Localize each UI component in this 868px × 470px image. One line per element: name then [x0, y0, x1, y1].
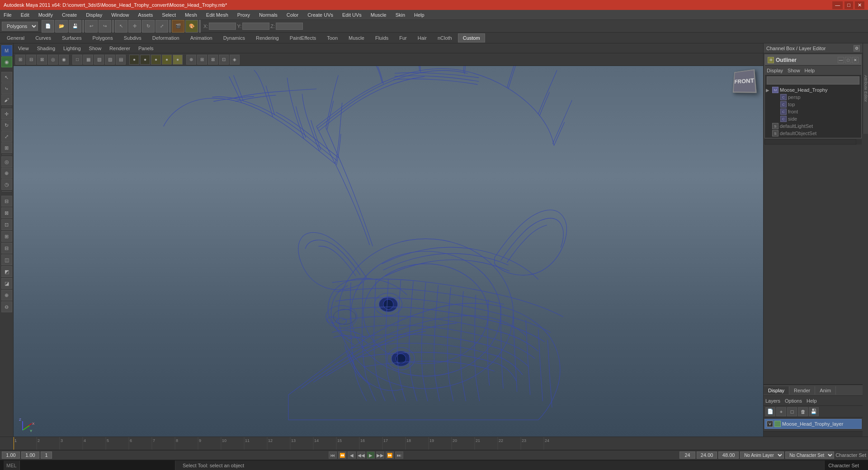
- menu-select[interactable]: Select: [160, 11, 178, 19]
- current-frame-field[interactable]: 1: [41, 451, 52, 459]
- tab-render[interactable]: Render: [789, 386, 815, 395]
- shelf-tab-toon[interactable]: Toon: [322, 33, 343, 42]
- anim-layer-select[interactable]: No Anim Layer: [740, 451, 784, 459]
- menu-create-uvs[interactable]: Create UVs: [306, 11, 335, 19]
- layer-menu-options[interactable]: Options: [785, 398, 802, 404]
- vp-tool-10[interactable]: ▤: [116, 55, 126, 65]
- shelf-tab-deformation[interactable]: Deformation: [147, 33, 184, 42]
- outliner-minimize[interactable]: —: [838, 57, 844, 63]
- show-manip-tool[interactable]: ⊕: [1, 168, 12, 179]
- go-to-start-button[interactable]: ⏮: [329, 451, 337, 459]
- start-time-field[interactable]: 1.00: [2, 451, 20, 459]
- layer-color-swatch[interactable]: [774, 421, 781, 427]
- tree-item-side[interactable]: C side: [765, 115, 861, 122]
- scale-tool-button[interactable]: ⤢: [156, 20, 168, 33]
- tree-item-defaultobjectset[interactable]: S defaultObjectSet: [765, 130, 861, 137]
- vp-shading-5[interactable]: ●: [173, 55, 183, 65]
- menu-muscle[interactable]: Muscle: [369, 11, 388, 19]
- tree-expand-button[interactable]: ▶ M Moose_Head_Trophy: [765, 86, 861, 94]
- go-to-end-button[interactable]: ⏭: [395, 451, 403, 459]
- render-icon8[interactable]: ◪: [1, 278, 12, 289]
- vp-tool-2[interactable]: ⊟: [26, 55, 36, 65]
- viewport-menu-lighting[interactable]: Lighting: [61, 45, 83, 52]
- shelf-tab-fur[interactable]: Fur: [394, 33, 412, 42]
- layer-name[interactable]: Moose_Head_Trophy_layer: [782, 421, 843, 427]
- layer-menu-layers[interactable]: Layers: [765, 398, 780, 404]
- viewport-menu-view[interactable]: View: [16, 45, 31, 52]
- viewport-menu-renderer[interactable]: Renderer: [108, 45, 132, 52]
- mode-selector[interactable]: Polygons: [2, 22, 38, 31]
- shelf-tab-custom[interactable]: Custom: [458, 33, 485, 42]
- outliner-tree[interactable]: ▶ M Moose_Head_Trophy C persp C top: [765, 85, 861, 138]
- tree-item-label-lightset[interactable]: defaultLightSet: [780, 123, 813, 129]
- next-frame-button[interactable]: ▶▶: [376, 451, 384, 459]
- render-icon2[interactable]: ⊠: [1, 207, 12, 218]
- step-back-button[interactable]: ⏪: [338, 451, 346, 459]
- menu-normals[interactable]: Normals: [257, 11, 279, 19]
- step-forward-button[interactable]: ⏩: [386, 451, 394, 459]
- lasso-tool[interactable]: ⤷: [1, 83, 12, 94]
- render-icon10[interactable]: ⊖: [1, 301, 12, 312]
- play-forward-button[interactable]: ▶: [367, 451, 375, 459]
- menu-file[interactable]: File: [2, 11, 14, 19]
- shelf-tab-curves[interactable]: Curves: [30, 33, 56, 42]
- outliner-close[interactable]: ✕: [852, 57, 859, 63]
- outliner-search-input[interactable]: [767, 76, 859, 85]
- vp-res-5[interactable]: ◈: [230, 55, 240, 65]
- open-scene-button[interactable]: 📂: [55, 20, 68, 33]
- tree-item-persp[interactable]: C persp: [765, 94, 861, 101]
- tree-item-label-objectset[interactable]: defaultObjectSet: [780, 131, 816, 136]
- ipr-button[interactable]: 🎨: [185, 20, 198, 33]
- soft-modify-tool[interactable]: ◎: [1, 156, 12, 167]
- attribute-editor-tab[interactable]: Attribute Editor: [863, 43, 868, 134]
- vp-shading-4[interactable]: ●: [162, 55, 172, 65]
- menu-proxy[interactable]: Proxy: [236, 11, 252, 19]
- layer-menu-help[interactable]: Help: [807, 398, 817, 404]
- tab-anim[interactable]: Anim: [815, 386, 836, 395]
- prev-frame-button[interactable]: ◀: [348, 451, 356, 459]
- render-icon[interactable]: ⊟: [1, 196, 12, 207]
- menu-modify[interactable]: Modify: [37, 11, 55, 19]
- render-button[interactable]: 🎬: [172, 20, 184, 33]
- tree-item-label-top[interactable]: top: [788, 102, 795, 107]
- undo-button[interactable]: ↩: [85, 20, 98, 33]
- vp-res-3[interactable]: ⊠: [208, 55, 218, 65]
- outliner-menu-show[interactable]: Show: [788, 68, 800, 73]
- channel-box-options[interactable]: ⚙: [854, 45, 860, 52]
- render-icon9[interactable]: ⊕: [1, 290, 12, 301]
- menu-help[interactable]: Help: [412, 11, 426, 19]
- shelf-tab-animation[interactable]: Animation: [185, 33, 217, 42]
- menu-window[interactable]: Window: [109, 11, 131, 19]
- vp-tool-1[interactable]: ⊞: [15, 55, 25, 65]
- viewport-menu-panels[interactable]: Panels: [137, 45, 156, 52]
- vp-tool-7[interactable]: ▦: [83, 55, 93, 65]
- shelf-tab-surfaces[interactable]: Surfaces: [57, 33, 86, 42]
- vp-tool-3[interactable]: ⊠: [37, 55, 47, 65]
- shelf-tab-rendering[interactable]: Rendering: [251, 33, 284, 42]
- end-time-display[interactable]: 24.00: [697, 451, 717, 459]
- outliner-maximize[interactable]: □: [845, 57, 851, 63]
- end-frame-display[interactable]: 24: [679, 451, 695, 459]
- character-set-select[interactable]: No Character Set: [785, 451, 834, 459]
- start-frame-field[interactable]: 1.00: [21, 451, 39, 459]
- total-frames-display[interactable]: 48.00: [718, 451, 739, 459]
- shelf-tab-painteffects[interactable]: PaintEffects: [285, 33, 321, 42]
- tree-item-front[interactable]: C front: [765, 108, 861, 115]
- layer-visibility-check[interactable]: V: [767, 421, 773, 427]
- close-button[interactable]: ✕: [855, 1, 864, 9]
- vp-tool-6[interactable]: □: [72, 55, 82, 65]
- layer-empty-button[interactable]: □: [787, 407, 797, 416]
- redo-button[interactable]: ↪: [99, 20, 111, 33]
- mel-input[interactable]: [20, 461, 175, 470]
- new-scene-button[interactable]: 📄: [42, 20, 54, 33]
- viewport-canvas[interactable]: FRONT: [14, 66, 763, 437]
- layer-from-sel-button[interactable]: +: [776, 407, 786, 416]
- move-tool[interactable]: ✛: [1, 108, 12, 119]
- vp-shading-3[interactable]: ●: [151, 55, 161, 65]
- timeline-track[interactable]: | 1 2 3 4 5 6 7 8 9: [14, 437, 868, 450]
- rotate-tool[interactable]: ↻: [1, 120, 12, 131]
- tree-item-label-front[interactable]: front: [788, 109, 798, 114]
- tab-display[interactable]: Display: [764, 386, 789, 395]
- layer-save-button[interactable]: 💾: [809, 407, 819, 416]
- paint-select-tool[interactable]: 🖌: [1, 94, 12, 105]
